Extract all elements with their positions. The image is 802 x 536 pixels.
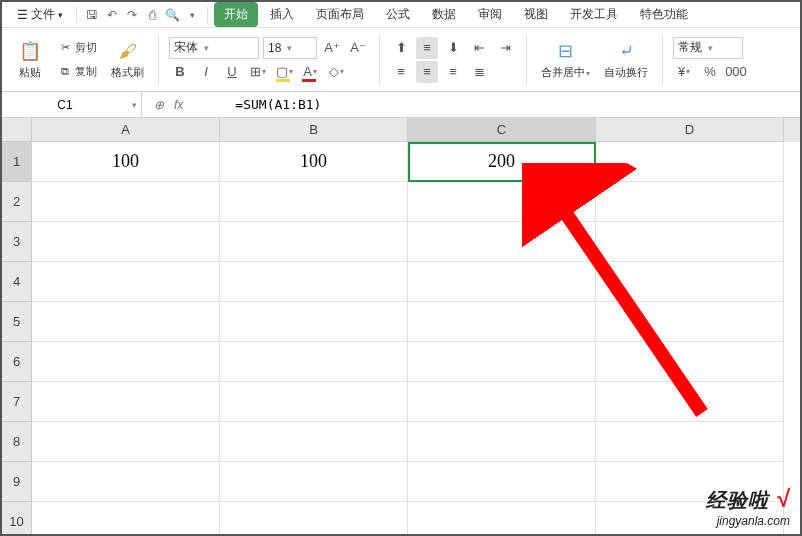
underline-button[interactable]: U [221, 61, 243, 83]
increase-indent-icon[interactable]: ⇥ [494, 37, 516, 59]
tab-data[interactable]: 数据 [422, 2, 466, 27]
align-center-icon[interactable]: ≡ [416, 61, 438, 83]
col-header-b[interactable]: B [220, 118, 408, 142]
cell-d1[interactable] [596, 142, 784, 182]
font-color-button[interactable]: A▾ [299, 61, 321, 83]
cell[interactable] [32, 302, 220, 342]
cell[interactable] [220, 342, 408, 382]
row-header-2[interactable]: 2 [2, 182, 32, 222]
cell[interactable] [32, 342, 220, 382]
decrease-indent-icon[interactable]: ⇤ [468, 37, 490, 59]
tab-special[interactable]: 特色功能 [630, 2, 698, 27]
bold-button[interactable]: B [169, 61, 191, 83]
format-painter-button[interactable]: 🖌 格式刷 [107, 32, 148, 88]
align-bottom-icon[interactable]: ⬇ [442, 37, 464, 59]
justify-icon[interactable]: ≣ [468, 61, 490, 83]
cell[interactable] [220, 222, 408, 262]
formula-input[interactable] [229, 97, 800, 112]
percent-button[interactable]: % [699, 61, 721, 83]
cell-a1[interactable]: 100 [32, 142, 220, 182]
cell[interactable] [220, 182, 408, 222]
fx-icon[interactable]: fx [174, 98, 183, 112]
cell-c1[interactable]: 200 [408, 142, 596, 182]
row-header-10[interactable]: 10 [2, 502, 32, 534]
cell[interactable] [32, 462, 220, 502]
row-header-7[interactable]: 7 [2, 382, 32, 422]
cell[interactable] [408, 222, 596, 262]
cell[interactable] [220, 382, 408, 422]
font-size-combo[interactable]: 18▾ [263, 37, 317, 59]
cell[interactable] [596, 222, 784, 262]
select-all-corner[interactable] [2, 118, 32, 142]
align-right-icon[interactable]: ≡ [442, 61, 464, 83]
increase-font-icon[interactable]: A⁺ [321, 37, 343, 59]
tab-insert[interactable]: 插入 [260, 2, 304, 27]
row-header-5[interactable]: 5 [2, 302, 32, 342]
undo-icon[interactable]: ↶ [103, 6, 121, 24]
align-top-icon[interactable]: ⬆ [390, 37, 412, 59]
merge-center-button[interactable]: ⊟ 合并居中▾ [537, 32, 594, 88]
chevron-down-icon[interactable]: ▾ [128, 100, 141, 110]
cell[interactable] [408, 262, 596, 302]
name-box[interactable]: ▾ [2, 92, 142, 117]
file-menu[interactable]: ☰ 文件 ▾ [10, 3, 70, 26]
col-header-a[interactable]: A [32, 118, 220, 142]
tab-formulas[interactable]: 公式 [376, 2, 420, 27]
align-middle-icon[interactable]: ≡ [416, 37, 438, 59]
cell[interactable] [32, 422, 220, 462]
cell[interactable] [220, 422, 408, 462]
align-left-icon[interactable]: ≡ [390, 61, 412, 83]
cell[interactable] [32, 502, 220, 534]
cell-reference-input[interactable] [2, 98, 128, 112]
cell[interactable] [408, 382, 596, 422]
cell[interactable] [220, 462, 408, 502]
row-header-6[interactable]: 6 [2, 342, 32, 382]
print-icon[interactable]: ⎙ [143, 6, 161, 24]
cell[interactable] [596, 302, 784, 342]
tab-page-layout[interactable]: 页面布局 [306, 2, 374, 27]
thousands-button[interactable]: 000 [725, 61, 747, 83]
cell[interactable] [32, 222, 220, 262]
row-header-9[interactable]: 9 [2, 462, 32, 502]
cell[interactable] [596, 262, 784, 302]
expand-icon[interactable]: ⊕ [154, 98, 164, 112]
cell[interactable] [408, 462, 596, 502]
cell[interactable] [32, 182, 220, 222]
tab-view[interactable]: 视图 [514, 2, 558, 27]
col-header-c[interactable]: C [408, 118, 596, 142]
col-header-d[interactable]: D [596, 118, 784, 142]
cell[interactable] [220, 502, 408, 534]
font-name-combo[interactable]: 宋体▾ [169, 37, 259, 59]
redo-icon[interactable]: ↷ [123, 6, 141, 24]
row-header-4[interactable]: 4 [2, 262, 32, 302]
cell-b1[interactable]: 100 [220, 142, 408, 182]
tab-home[interactable]: 开始 [214, 2, 258, 27]
cell[interactable] [408, 182, 596, 222]
qat-more-icon[interactable]: ▾ [183, 6, 201, 24]
paste-button[interactable]: 📋 粘贴 [12, 32, 48, 88]
wrap-text-button[interactable]: ⤶ 自动换行 [600, 32, 652, 88]
cell[interactable] [596, 422, 784, 462]
row-header-3[interactable]: 3 [2, 222, 32, 262]
cell[interactable] [408, 342, 596, 382]
decrease-font-icon[interactable]: A⁻ [347, 37, 369, 59]
cell[interactable] [596, 382, 784, 422]
cell[interactable] [408, 422, 596, 462]
cell[interactable] [220, 262, 408, 302]
currency-button[interactable]: ¥▾ [673, 61, 695, 83]
cut-button[interactable]: ✂剪切 [54, 37, 101, 59]
row-header-8[interactable]: 8 [2, 422, 32, 462]
save-icon[interactable]: 🖫 [83, 6, 101, 24]
italic-button[interactable]: I [195, 61, 217, 83]
border-button[interactable]: ⊞▾ [247, 61, 269, 83]
number-format-combo[interactable]: 常规▾ [673, 37, 743, 59]
cell[interactable] [220, 302, 408, 342]
cell[interactable] [596, 182, 784, 222]
preview-icon[interactable]: 🔍 [163, 6, 181, 24]
clear-format-button[interactable]: ◇▾ [325, 61, 347, 83]
cell[interactable] [408, 302, 596, 342]
cell[interactable] [596, 342, 784, 382]
cell[interactable] [408, 502, 596, 534]
row-header-1[interactable]: 1 [2, 142, 32, 182]
tab-developer[interactable]: 开发工具 [560, 2, 628, 27]
